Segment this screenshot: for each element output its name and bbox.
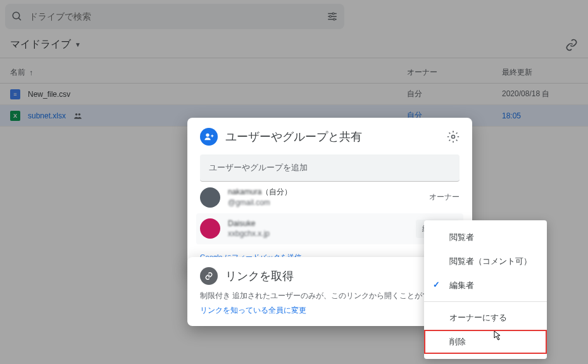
people-icon [200,128,218,146]
menu-remove[interactable]: 削除 [424,330,547,354]
person-name: nakamura [228,187,261,196]
person-name: Daisuke [228,218,408,229]
menu-make-owner[interactable]: オーナーにする [424,306,547,330]
add-people-input[interactable]: ユーザーやグループを追加 [200,154,460,182]
change-link-access[interactable]: リンクを知っている全員に変更 [200,305,306,316]
person-row: nakamura（自分） @gmail.com オーナー [200,182,460,213]
menu-divider [424,301,547,302]
role-menu: 閲覧者 閲覧者（コメント可） 編集者 オーナーにする 削除 [424,220,547,359]
person-email: @gmail.com [228,198,422,208]
link-desc: 制限付き 追加されたユーザーのみが、このリンクから開くことができます [200,290,460,301]
person-row: Daisuke xxbgchx.x.jp 編集者 ▼ [196,213,463,245]
person-email: xxbgchx.x.jp [228,229,408,239]
svg-point-14 [452,135,455,139]
cursor-icon [491,330,501,342]
person-role: オーナー [429,192,460,203]
avatar [200,187,220,208]
menu-commenter[interactable]: 閲覧者（コメント可） [424,249,547,273]
menu-viewer[interactable]: 閲覧者 [424,225,547,249]
menu-editor[interactable]: 編集者 [424,273,547,298]
link-icon [200,267,218,285]
link-title: リンクを取得 [225,268,294,284]
share-title: ユーザーやグループと共有 [225,129,362,144]
gear-icon[interactable] [447,130,460,143]
avatar [200,218,220,239]
svg-point-13 [206,134,209,137]
